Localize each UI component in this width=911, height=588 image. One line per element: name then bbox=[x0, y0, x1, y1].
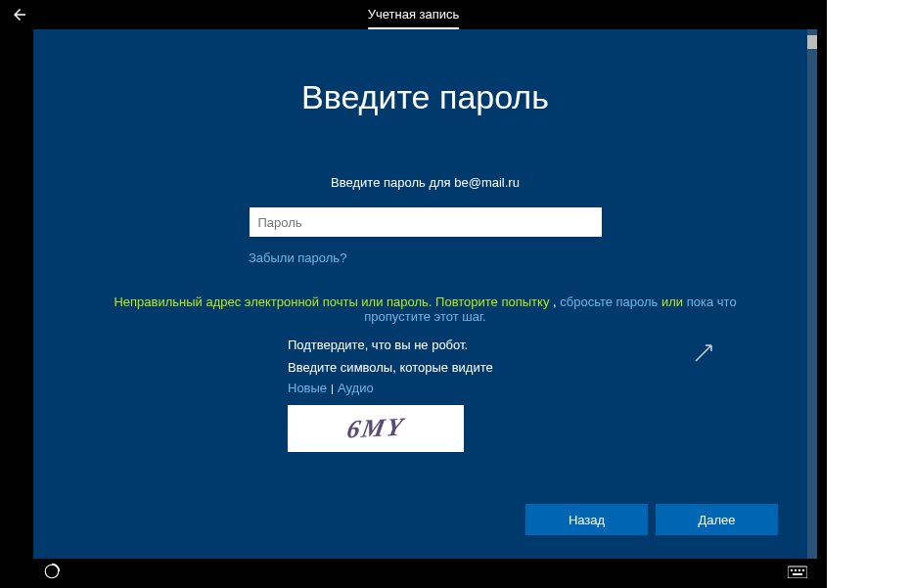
error-sep1: , bbox=[549, 294, 560, 309]
keyboard-icon[interactable] bbox=[788, 565, 807, 582]
forgot-password-link[interactable]: Забыли пароль? bbox=[249, 250, 346, 265]
title-bar: Учетная запись bbox=[0, 0, 827, 29]
scrollbar-track[interactable] bbox=[807, 29, 817, 559]
prompt-email: be@mail.ru bbox=[454, 175, 520, 190]
scrollbar-thumb[interactable] bbox=[807, 35, 817, 49]
reset-password-link[interactable]: сбросьте пароль bbox=[560, 294, 658, 309]
error-main-text: Неправильный адрес электронной почты или… bbox=[114, 294, 549, 309]
content-panel: Введите пароль Введите пароль для be@mai… bbox=[33, 29, 817, 559]
error-message: Неправильный адрес электронной почты или… bbox=[92, 294, 758, 324]
back-button[interactable]: Назад bbox=[525, 504, 648, 535]
bottom-bar bbox=[33, 559, 817, 588]
svg-rect-2 bbox=[791, 569, 793, 571]
password-prompt: Введите пароль для be@mail.ru bbox=[92, 175, 758, 190]
ease-of-access-icon[interactable] bbox=[43, 563, 61, 584]
captcha-enter-label: Введите символы, которые видите bbox=[288, 360, 758, 375]
svg-rect-4 bbox=[798, 569, 800, 571]
captcha-links: Новые|Аудио bbox=[288, 381, 758, 395]
captcha-image: 6MY bbox=[288, 405, 464, 452]
pointer-arrow-icon bbox=[690, 338, 719, 371]
svg-point-0 bbox=[45, 565, 59, 578]
captcha-section: Подтвердите, что вы не робот. Введите си… bbox=[92, 338, 758, 452]
error-sep-or: или bbox=[658, 294, 686, 309]
arrow-left-icon bbox=[11, 6, 28, 23]
captcha-audio-link[interactable]: Аудио bbox=[338, 381, 374, 395]
svg-rect-6 bbox=[793, 573, 802, 575]
captcha-new-link[interactable]: Новые bbox=[288, 381, 327, 395]
next-button[interactable]: Далее bbox=[656, 504, 778, 535]
header-tab-account: Учетная запись bbox=[368, 1, 460, 29]
action-buttons: Назад Далее bbox=[525, 504, 778, 535]
page-title: Введите пароль bbox=[92, 78, 758, 116]
svg-rect-3 bbox=[795, 569, 797, 571]
captcha-confirm-text: Подтвердите, что вы не робот. bbox=[288, 338, 758, 352]
captcha-text: 6MY bbox=[344, 412, 406, 444]
back-arrow-button[interactable] bbox=[0, 0, 39, 29]
svg-rect-5 bbox=[802, 569, 804, 571]
password-input[interactable] bbox=[250, 207, 602, 237]
prompt-prefix: Введите пароль для bbox=[331, 175, 454, 190]
svg-rect-1 bbox=[788, 566, 807, 578]
captcha-divider: | bbox=[331, 383, 334, 394]
